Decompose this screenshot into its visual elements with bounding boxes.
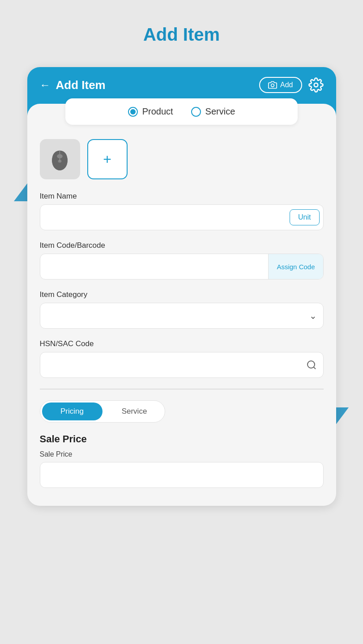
bottom-tabs: Pricing Service — [40, 400, 165, 423]
hsn-sac-input[interactable] — [47, 352, 306, 377]
hsn-sac-field-group: HSN/SAC Code — [40, 339, 324, 378]
assign-code-button[interactable]: Assign Code — [268, 254, 323, 279]
item-category-dropdown[interactable]: ⌄ — [40, 303, 324, 329]
gear-icon[interactable] — [308, 77, 324, 93]
product-radio-option[interactable]: Product — [128, 106, 173, 117]
service-radio-circle[interactable] — [191, 107, 201, 117]
item-name-field-group: Item Name Unit — [40, 192, 324, 230]
header-left: ← Add Item — [40, 78, 106, 92]
item-category-label: Item Category — [40, 290, 324, 299]
sale-price-section: Sale Price Sale Price — [40, 433, 324, 488]
add-image-button[interactable]: + — [87, 139, 128, 179]
sale-price-title: Sale Price — [40, 433, 324, 445]
unit-button[interactable]: Unit — [290, 209, 319, 225]
mouse-image-icon — [45, 147, 74, 172]
section-divider — [40, 389, 324, 390]
item-name-input[interactable] — [40, 205, 290, 230]
item-code-input[interactable] — [40, 254, 269, 279]
sale-price-label: Sale Price — [40, 450, 324, 458]
tab-service-label: Service — [122, 407, 147, 416]
header-title: Add Item — [56, 78, 106, 92]
chevron-down-icon: ⌄ — [309, 310, 317, 321]
hsn-sac-label: HSN/SAC Code — [40, 339, 324, 348]
back-arrow-icon[interactable]: ← — [40, 79, 51, 91]
service-radio-option[interactable]: Service — [191, 106, 235, 117]
add-button-label: Add — [280, 81, 293, 89]
svg-line-6 — [313, 367, 315, 369]
add-button[interactable]: Add — [259, 77, 302, 93]
item-code-label: Item Code/Barcode — [40, 241, 324, 250]
product-thumbnail — [40, 139, 80, 179]
service-radio-label: Service — [205, 106, 235, 117]
svg-point-5 — [307, 361, 315, 368]
sale-price-input-wrapper — [40, 462, 324, 488]
page-title: Add Item — [143, 25, 220, 45]
header-right: Add — [259, 77, 323, 93]
search-icon — [306, 360, 317, 370]
item-name-label: Item Name — [40, 192, 324, 201]
sale-price-input[interactable] — [47, 462, 317, 487]
item-code-field-group: Item Code/Barcode Assign Code — [40, 241, 324, 280]
tab-pricing[interactable]: Pricing — [42, 402, 102, 420]
product-radio-label: Product — [142, 106, 173, 117]
svg-point-1 — [314, 83, 318, 87]
main-card: ← Add Item Add — [27, 67, 336, 506]
type-selector: Product Service — [65, 98, 298, 125]
item-code-input-wrapper: Assign Code — [40, 254, 324, 280]
svg-point-4 — [58, 160, 62, 162]
hsn-sac-input-wrapper — [40, 352, 324, 378]
svg-point-0 — [271, 84, 274, 87]
item-name-input-wrapper: Unit — [40, 204, 324, 230]
images-row: + — [40, 139, 324, 179]
product-radio-circle[interactable] — [128, 107, 138, 117]
camera-icon — [268, 80, 277, 89]
item-category-field-group: Item Category ⌄ — [40, 290, 324, 329]
tab-service[interactable]: Service — [104, 401, 165, 422]
card-body: Product Service — [27, 104, 336, 506]
tab-pricing-label: Pricing — [60, 407, 84, 416]
card-wrapper: ← Add Item Add — [27, 67, 336, 506]
svg-point-3 — [57, 154, 63, 158]
